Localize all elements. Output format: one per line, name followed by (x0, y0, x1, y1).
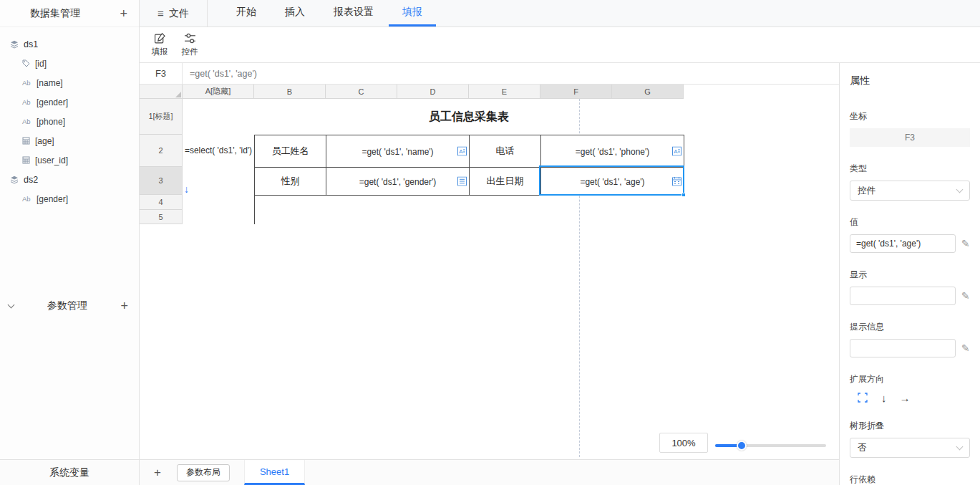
ribbon-toolbar: 填报 控件 (140, 27, 980, 63)
system-vars-label: 系统变量 (49, 466, 89, 479)
add-sheet-button[interactable]: + (154, 466, 161, 479)
col-header-e[interactable]: E (469, 85, 540, 99)
tab-insert[interactable]: 插入 (271, 0, 319, 27)
cell-f3[interactable]: =get( 'ds1', 'age') (541, 168, 684, 196)
report-title-cell[interactable]: 员工信息采集表 (254, 99, 684, 135)
cell-a2[interactable]: =select( 'ds1', 'id') (183, 135, 254, 167)
col-header-a[interactable]: A[隐藏] (183, 85, 254, 99)
param-section-header[interactable]: 参数管理 + (0, 296, 140, 316)
dataset-tree: ds1 [id] Ab [name] Ab [gender] Ab [phone… (0, 27, 139, 208)
field-item-id[interactable]: [id] (0, 54, 139, 73)
string-field-icon: Ab (22, 195, 31, 203)
field-item-age[interactable]: [age] (0, 131, 139, 150)
param-header-title: 参数管理 (47, 299, 87, 312)
field-label: [id] (35, 59, 47, 69)
tab-report-settings[interactable]: 报表设置 (320, 0, 387, 27)
sliders-icon (184, 32, 196, 44)
cell-e2[interactable]: 电话 (470, 135, 541, 168)
expand-none-icon[interactable] (857, 392, 868, 403)
field-label: [age] (35, 136, 54, 146)
tab-bar: ≡ 文件 开始 插入 报表设置 填报 (140, 0, 980, 27)
string-field-icon: Ab (22, 117, 31, 125)
edit-pencil-icon[interactable]: ✎ (961, 239, 970, 249)
cell-e3[interactable]: 出生日期 (470, 168, 541, 196)
field-item-ds2-gender[interactable]: Ab [gender] (0, 189, 139, 208)
row-header-1[interactable]: 1[标题] (140, 99, 183, 135)
calendar-widget-icon (672, 177, 681, 186)
col-header-f[interactable]: F (540, 85, 612, 99)
row-header-4[interactable]: 4 (140, 195, 183, 210)
cell-b2[interactable]: 员工姓名 (255, 135, 326, 168)
prop-type: 类型 控件 (850, 163, 970, 201)
row-header-2[interactable]: 2 (140, 135, 183, 167)
prop-coordinate: 坐标 F3 (850, 110, 970, 147)
edit-square-icon (154, 32, 166, 44)
file-menu-button[interactable]: ≡ 文件 (140, 0, 208, 27)
field-item-phone[interactable]: Ab [phone] (0, 112, 139, 131)
prop-value: 值 =get( 'ds1', 'age') ✎ (850, 216, 970, 253)
cell-c3[interactable]: =get( 'ds1', 'gender') (326, 168, 470, 196)
formula-input[interactable]: =get( 'ds1', 'age') (183, 63, 839, 84)
expand-right-icon[interactable]: → (900, 393, 911, 403)
coordinate-label: 坐标 (850, 110, 970, 123)
number-field-icon (22, 156, 30, 164)
tip-label: 提示信息 (850, 321, 970, 333)
col-header-c[interactable]: C (326, 85, 397, 99)
tip-input[interactable] (850, 339, 956, 357)
param-layout-button[interactable]: 参数布局 (177, 464, 230, 481)
widget-tool-button[interactable]: 控件 (179, 32, 200, 57)
zoom-slider[interactable] (715, 444, 826, 447)
edit-pencil-icon[interactable]: ✎ (961, 343, 970, 353)
cell-reference-box[interactable]: F3 (140, 63, 183, 84)
string-field-icon: Ab (22, 98, 31, 106)
tree-collapse-select[interactable]: 否 (850, 438, 970, 458)
edit-pencil-icon[interactable]: ✎ (961, 291, 970, 301)
cell-f2[interactable]: =get( 'ds1', 'phone') A (541, 135, 684, 168)
expand-direction-label: 扩展方向 (850, 373, 970, 385)
prop-row-dependency: 行依赖 (850, 474, 970, 485)
text-widget-icon: A (457, 147, 467, 156)
field-label: [gender] (37, 194, 68, 204)
corner-triangle-icon (175, 92, 181, 97)
fill-tool-button[interactable]: 填报 (149, 32, 170, 57)
field-item-user-id[interactable]: [user_id] (0, 150, 139, 170)
display-label: 显示 (850, 269, 970, 281)
add-param-button[interactable]: + (120, 299, 128, 312)
display-input[interactable] (850, 287, 956, 305)
row-header-3[interactable]: 3 (140, 167, 183, 195)
dataset-node-ds1[interactable]: ds1 (0, 34, 139, 54)
expand-down-icon[interactable]: ↓ (881, 393, 887, 403)
type-select[interactable]: 控件 (850, 181, 970, 201)
expand-down-arrow-icon: ↓ (184, 183, 189, 195)
fill-tool-label: 填报 (152, 47, 168, 57)
dataset-icon (10, 176, 19, 184)
field-label: [name] (37, 78, 63, 88)
zoom-slider-handle[interactable] (737, 441, 747, 451)
cell-b3[interactable]: 性别 (255, 168, 326, 196)
tab-start[interactable]: 开始 (223, 0, 270, 27)
sheet-tab-sheet1[interactable]: Sheet1 (244, 460, 305, 485)
file-menu-label: 文件 (169, 7, 189, 20)
tree-collapse-value: 否 (858, 442, 867, 454)
field-item-gender[interactable]: Ab [gender] (0, 92, 139, 112)
row-dependency-label: 行依赖 (850, 474, 970, 485)
prop-display: 显示 ✎ (850, 269, 970, 305)
value-input[interactable]: =get( 'ds1', 'age') (850, 234, 956, 253)
system-vars-section[interactable]: 系统变量 (0, 459, 140, 485)
widget-tool-label: 控件 (182, 47, 198, 57)
cell-c2[interactable]: =get( 'ds1', 'name') A (326, 135, 470, 168)
dataset-node-ds2[interactable]: ds2 (0, 170, 139, 189)
col-header-b[interactable]: B (254, 85, 326, 99)
col-header-d[interactable]: D (397, 85, 469, 99)
col-header-g[interactable]: G (612, 85, 684, 99)
dataset-name: ds1 (24, 39, 38, 49)
add-dataset-button[interactable]: + (120, 7, 127, 20)
select-all-corner[interactable] (140, 85, 183, 99)
row-header-5[interactable]: 5 (140, 210, 183, 224)
dataset-header-title: 数据集管理 (30, 7, 80, 20)
field-item-name[interactable]: Ab [name] (0, 73, 139, 92)
tab-fill[interactable]: 填报 (389, 0, 436, 27)
zoom-level-box[interactable]: 100% (659, 433, 708, 453)
chevron-down-icon (8, 302, 15, 309)
prop-tree-collapse: 树形折叠 否 (850, 420, 970, 458)
